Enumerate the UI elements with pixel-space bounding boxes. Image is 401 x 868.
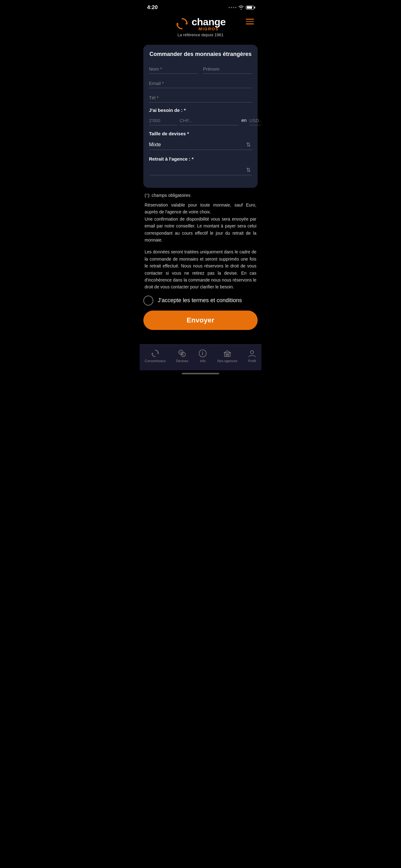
nav-item-nos-agences[interactable]: Nos agences <box>214 348 240 364</box>
nom-prenom-row <box>149 64 252 74</box>
info-text-1: Réservation valable pour toute monnaie, … <box>144 202 257 243</box>
prenom-input[interactable] <box>203 64 252 74</box>
info-section: (*): champs obligatoires Réservation val… <box>143 193 258 290</box>
nav-label-profil: Profil <box>248 359 256 363</box>
form-card: Commander des monnaies étrangères J'ai b… <box>143 45 258 188</box>
convertisseur-icon <box>151 349 160 358</box>
tel-input[interactable] <box>149 93 252 102</box>
retrait-select[interactable] <box>149 165 252 175</box>
nav-label-nos-agences: Nos agences <box>218 359 237 363</box>
terms-row: J'accepte les termes et conditions <box>143 296 258 306</box>
mandatory-star: * <box>146 193 148 198</box>
nav-label-info: Info <box>200 359 205 363</box>
usd-input[interactable] <box>249 116 261 125</box>
svg-rect-11 <box>225 352 230 356</box>
battery-icon <box>246 6 254 10</box>
svg-text:i: i <box>202 351 203 356</box>
send-button[interactable]: Envoyer <box>143 311 258 330</box>
chf-input[interactable] <box>179 116 239 125</box>
nos-agences-icon <box>223 349 232 358</box>
email-input[interactable] <box>149 79 252 88</box>
menu-button[interactable] <box>244 18 255 26</box>
logo-icon <box>175 17 189 31</box>
info-text-2: Les données seront traitées uniquement d… <box>144 248 257 290</box>
svg-text:€$: €$ <box>180 351 182 353</box>
prenom-field <box>203 64 252 74</box>
nav-label-convertisseur: Convertisseur <box>144 359 166 363</box>
devises-icon: €$ ¥£ <box>178 349 187 358</box>
retrait-select-wrapper: ⇅ <box>149 165 252 175</box>
wifi-icon <box>238 5 244 10</box>
svg-point-15 <box>250 350 254 354</box>
nom-input[interactable] <box>149 64 198 74</box>
terms-label[interactable]: J'accepte les termes et conditions <box>158 297 242 304</box>
signal-icon <box>229 7 236 8</box>
terms-checkbox[interactable] <box>143 296 153 306</box>
profil-icon <box>248 349 257 358</box>
devises-label: Taille de devises * <box>149 131 252 136</box>
header: change MIGROS La référence depuis 1961 <box>140 13 261 42</box>
retrait-label: Retrait à l'agence : * <box>149 156 252 161</box>
logo-text-change: change <box>192 16 226 28</box>
devises-select-wrapper: Mixte Petites Grandes ⇅ <box>149 140 252 150</box>
bottom-nav: Convertisseur €$ ¥£ Devises i Info <box>140 344 261 370</box>
nav-item-profil[interactable]: Profil <box>244 348 260 364</box>
logo-area: change MIGROS La référence depuis 1961 <box>175 16 226 37</box>
nav-item-convertisseur[interactable]: Convertisseur <box>141 348 169 364</box>
logo-subtitle: La référence depuis 1961 <box>177 32 223 37</box>
amount-input[interactable] <box>149 116 177 125</box>
home-indicator <box>140 370 261 376</box>
currency-row: en <box>149 116 252 125</box>
info-icon: i <box>198 349 207 358</box>
home-bar <box>182 373 219 374</box>
status-icons <box>229 5 254 10</box>
nom-field <box>149 64 198 74</box>
en-label: en <box>241 118 247 125</box>
needs-label: J'ai besoin de : * <box>149 107 252 113</box>
status-bar: 4:20 <box>140 0 261 13</box>
email-field <box>149 79 252 88</box>
nav-item-info[interactable]: i Info <box>195 348 210 364</box>
nav-label-devises: Devises <box>176 359 188 363</box>
form-title: Commander des monnaies étrangères <box>149 51 252 58</box>
tel-field <box>149 93 252 102</box>
hamburger-icon <box>246 19 254 24</box>
nav-item-devises[interactable]: €$ ¥£ Devises <box>173 348 192 364</box>
mandatory-note: (*): champs obligatoires <box>144 193 257 198</box>
devises-select[interactable]: Mixte Petites Grandes <box>149 140 252 150</box>
svg-text:¥£: ¥£ <box>182 354 185 356</box>
status-time: 4:20 <box>147 4 158 11</box>
